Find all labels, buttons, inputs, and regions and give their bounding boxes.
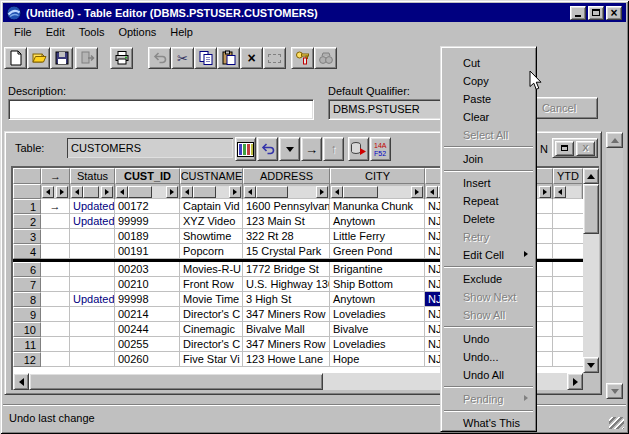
table-name-combo[interactable] — [67, 138, 233, 158]
drop-table-button[interactable] — [348, 137, 369, 161]
scroll-left-button[interactable] — [426, 186, 438, 198]
mini-scroll-thumb[interactable] — [193, 186, 216, 198]
mini-scroll-thumb[interactable] — [83, 186, 99, 198]
grid-vertical-scrollbar[interactable] — [583, 168, 599, 373]
cell-city[interactable]: Anytown — [330, 292, 425, 307]
menu-help[interactable]: Help — [163, 24, 200, 40]
minimize-button[interactable] — [570, 6, 586, 20]
menu-file[interactable]: File — [7, 24, 39, 40]
cell-custname[interactable]: Director's C — [180, 337, 243, 352]
new-file-button[interactable] — [4, 47, 27, 69]
cell-address[interactable]: 123 Howe Lane — [243, 352, 330, 367]
menu-item-whats-this[interactable]: What's This — [441, 414, 536, 432]
cell-ytd[interactable] — [553, 244, 583, 259]
cell-custname[interactable]: Movie Time — [180, 292, 243, 307]
cell-cust-id[interactable]: 00255 — [115, 337, 180, 352]
column-mini-scrollbar[interactable] — [243, 184, 330, 199]
cell-status[interactable] — [70, 277, 115, 292]
scroll-left-button[interactable] — [13, 373, 29, 390]
cell-status[interactable] — [70, 352, 115, 367]
menu-item-copy[interactable]: Copy — [441, 72, 536, 90]
scroll-left-button[interactable] — [42, 186, 54, 198]
cell-cust-id[interactable]: 00172 — [115, 199, 180, 214]
save-file-button[interactable] — [50, 47, 73, 69]
menu-item-insert[interactable]: Insert — [441, 174, 536, 192]
cell-custname[interactable]: Showtime — [180, 229, 243, 244]
scroll-left-button[interactable] — [181, 186, 193, 198]
menu-item-paste[interactable]: Paste — [441, 90, 536, 108]
row-number[interactable]: 9 — [13, 307, 41, 322]
mini-scroll-track[interactable] — [152, 186, 166, 198]
maximize-button[interactable] — [588, 6, 604, 20]
column-mini-scrollbar[interactable] — [70, 184, 115, 199]
mini-scroll-track[interactable] — [566, 186, 581, 198]
menu-item-undo-all[interactable]: Undo All — [441, 366, 536, 384]
cell-status[interactable] — [70, 307, 115, 322]
copy-button[interactable] — [194, 47, 217, 69]
cell-custname[interactable]: Movies-R-U — [180, 262, 243, 277]
column-mini-scrollbar[interactable] — [330, 184, 425, 199]
cell-city[interactable]: Green Pond — [330, 244, 425, 259]
scroll-left-button[interactable] — [116, 186, 128, 198]
menu-item-undo[interactable]: Undo — [441, 330, 536, 348]
menu-edit[interactable]: Edit — [39, 24, 72, 40]
cell-city[interactable]: Manunka Chunk — [330, 199, 425, 214]
cell-ytd[interactable] — [553, 352, 583, 367]
cell-cust-id[interactable]: 00244 — [115, 322, 180, 337]
row-indicator-cell[interactable] — [41, 214, 70, 229]
row-number[interactable]: 3 — [13, 229, 41, 244]
horizontal-scroll-thumb[interactable] — [29, 373, 323, 390]
cell-address[interactable]: Bivalve Mall — [243, 322, 330, 337]
cell-ytd[interactable] — [553, 337, 583, 352]
row-number[interactable]: 1 — [13, 199, 41, 214]
row-indicator-cell[interactable] — [41, 262, 70, 277]
row-number[interactable]: 12 — [13, 352, 41, 367]
description-input[interactable] — [8, 99, 314, 120]
child-restore-button[interactable] — [555, 141, 574, 156]
format-codes-button[interactable]: 14AF52 — [370, 137, 391, 161]
scroll-left-button[interactable] — [554, 186, 566, 198]
cell-status[interactable] — [70, 244, 115, 259]
mini-scroll-thumb[interactable] — [256, 186, 288, 198]
cell-custname[interactable]: Cinemagic — [180, 322, 243, 337]
dropdown-button[interactable] — [279, 137, 300, 161]
cell-custname[interactable]: Popcorn — [180, 244, 243, 259]
cell-cust-id[interactable]: 00203 — [115, 262, 180, 277]
cell-custname[interactable]: Five Star Vi — [180, 352, 243, 367]
header-custname[interactable]: CUSTNAME — [180, 168, 243, 184]
menu-item-clear[interactable]: Clear — [441, 108, 536, 126]
title-bar[interactable]: (Untitled) - Table Editor (DBMS.PSTUSER.… — [3, 3, 626, 22]
row-indicator-cell[interactable] — [41, 322, 70, 337]
cell-city[interactable]: Loveladies — [330, 337, 425, 352]
column-mini-scrollbar[interactable] — [553, 184, 583, 199]
menu-item-undo-dialog[interactable]: Undo... — [441, 348, 536, 366]
header-row-indicator[interactable]: → — [41, 168, 70, 184]
scroll-left-button[interactable] — [331, 186, 343, 198]
row-indicator-cell[interactable]: → — [41, 199, 70, 214]
cell-cust-id[interactable]: 00189 — [115, 229, 180, 244]
row-number[interactable]: 2 — [13, 214, 41, 229]
cell-cust-id[interactable]: 00260 — [115, 352, 180, 367]
scroll-up-button[interactable] — [606, 132, 623, 148]
cell-address[interactable]: 123 Main St — [243, 214, 330, 229]
menu-item-delete[interactable]: Delete — [441, 210, 536, 228]
cell-status[interactable] — [70, 229, 115, 244]
menu-item-cut[interactable]: Cut — [441, 54, 536, 72]
next-row-button[interactable]: → — [301, 137, 322, 161]
cell-city[interactable]: Brigantine — [330, 262, 425, 277]
cell-address[interactable]: 15 Crystal Park — [243, 244, 330, 259]
mini-scroll-thumb[interactable] — [128, 186, 152, 198]
header-cust-id[interactable]: CUST_ID — [115, 168, 180, 184]
cell-custname[interactable]: Captain Vid — [180, 199, 243, 214]
row-indicator-cell[interactable] — [41, 352, 70, 367]
cell-custname[interactable]: Director's C — [180, 307, 243, 322]
row-indicator-cell[interactable] — [41, 292, 70, 307]
header-status[interactable]: Status — [70, 168, 115, 184]
mini-scroll-track[interactable] — [288, 186, 316, 198]
cell-status[interactable]: Updated — [70, 292, 115, 307]
cell-address[interactable]: 1772 Bridge St — [243, 262, 330, 277]
open-file-button[interactable] — [27, 47, 50, 69]
select-columns-button[interactable] — [235, 137, 256, 161]
vertical-scroll-thumb[interactable] — [583, 184, 599, 234]
app-icon[interactable] — [6, 5, 22, 21]
